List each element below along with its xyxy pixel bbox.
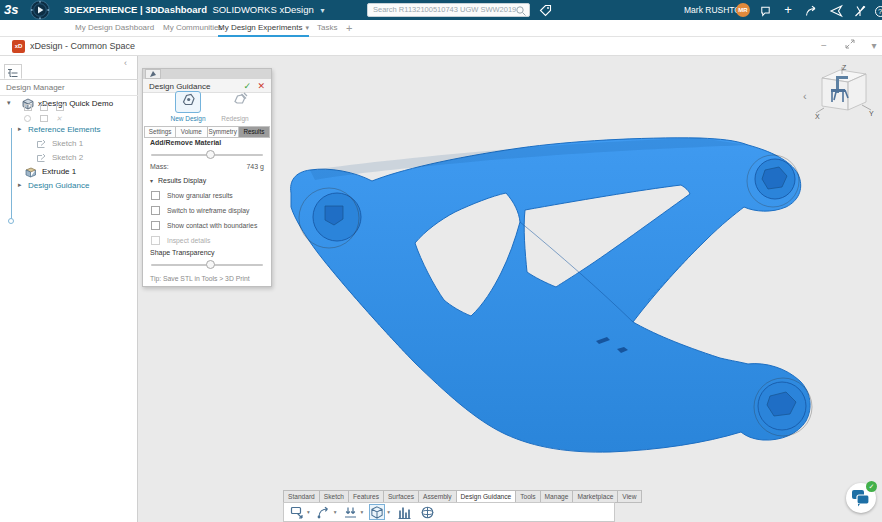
annotation-tool-button[interactable]: [289, 504, 305, 520]
send-icon[interactable]: [827, 0, 845, 20]
chevron-down-icon[interactable]: ▾: [305, 24, 309, 31]
material-slider[interactable]: [151, 150, 263, 159]
compare-results-tool-button[interactable]: [396, 504, 412, 520]
quick-action-icon[interactable]: [56, 104, 64, 111]
checkbox-row-wireframe: Switch to wireframe display: [151, 206, 269, 216]
avatar[interactable]: MR: [736, 3, 750, 17]
search-icon[interactable]: [515, 5, 527, 17]
collapse-section-icon[interactable]: ▾: [150, 178, 153, 184]
bottom-toolbar: Standard Sketch Features Surfaces Assemb…: [283, 490, 615, 522]
dropdown-chevron-icon[interactable]: ▾: [334, 509, 337, 515]
add-content-icon[interactable]: +: [779, 0, 797, 20]
panel-title: Design Manager: [6, 83, 65, 92]
expand-node-icon[interactable]: ▸: [18, 125, 22, 133]
switch-wireframe-checkbox[interactable]: [151, 206, 160, 215]
tag-icon[interactable]: [539, 3, 552, 21]
mass-row: Mass: 743 g: [150, 163, 264, 170]
new-design-button[interactable]: [175, 91, 201, 113]
checkbox-row-contact: Show contact with boundaries: [151, 221, 269, 231]
mass-label: Mass:: [150, 163, 169, 170]
subtab-symmetry[interactable]: Symmetry: [208, 126, 239, 138]
slider-thumb[interactable]: [206, 260, 215, 269]
add-tab-button[interactable]: +: [346, 20, 352, 37]
tab-my-communities[interactable]: My Communities: [163, 20, 223, 37]
tree-node-reference-elements[interactable]: ▸ Reference Elements: [0, 124, 138, 137]
add-remove-material-label: Add/Remove Material: [150, 139, 221, 146]
quick-action-icon[interactable]: [40, 115, 48, 122]
redesign-button[interactable]: [227, 91, 253, 113]
minimize-button[interactable]: −: [816, 37, 832, 56]
dashboard-tab-row: My Design Dashboard My Communities My De…: [0, 20, 882, 37]
tree-node-extrude[interactable]: Extrude 1: [0, 166, 138, 179]
tree-node-design-guidance[interactable]: ▸ Design Guidance: [0, 180, 138, 193]
gravity-tool-button[interactable]: [343, 504, 359, 520]
notification-bubble-icon[interactable]: [756, 0, 774, 20]
guidance-subtabs: Settings Volume Symmetry Results: [144, 126, 270, 138]
confirm-check-icon[interactable]: ✓: [243, 81, 251, 91]
tree-view-tab[interactable]: [4, 64, 22, 79]
material-tool-button[interactable]: [419, 504, 435, 520]
close-icon[interactable]: ✕: [257, 81, 265, 91]
toolbar-tab-view[interactable]: View: [618, 490, 641, 503]
brand-product: SOLIDWORKS xDesign: [212, 4, 313, 15]
toolbar-icons-row: ▾ ▾ ▾ ▾: [283, 502, 615, 522]
checkbox-label: Show granular results: [167, 192, 233, 199]
chat-bubbles-icon: [851, 489, 871, 507]
dropdown-chevron-icon[interactable]: ▾: [307, 509, 310, 515]
quick-action-icon[interactable]: [24, 104, 32, 111]
3ds-logo-icon[interactable]: 3s: [4, 1, 26, 19]
tree-node-label: Extrude 1: [42, 167, 76, 176]
checkbox-label: Inspect details: [167, 237, 210, 244]
dropdown-chevron-icon[interactable]: ▾: [361, 509, 364, 515]
compass-icon[interactable]: [29, 0, 51, 20]
dropdown-chevron-icon[interactable]: ▾: [387, 509, 390, 515]
sketch-icon: [36, 139, 46, 149]
collapse-node-icon[interactable]: ▾: [7, 99, 11, 107]
search-input[interactable]: Search R1132100510743 UGW SWW2019: [367, 3, 530, 17]
tree-node-sketch2[interactable]: Sketch 2: [0, 152, 138, 165]
divider: [0, 95, 138, 96]
xdesign-app-icon: xD: [12, 40, 25, 53]
results-display-section[interactable]: ▾ Results Display: [150, 177, 206, 184]
subtab-settings[interactable]: Settings: [144, 126, 176, 138]
preserve-region-tool-button[interactable]: [369, 504, 385, 520]
help-icon[interactable]: ?: [871, 0, 882, 20]
expand-node-icon[interactable]: ▸: [18, 181, 22, 189]
panel-mini-tab[interactable]: [145, 69, 161, 79]
axis-x-label: X: [815, 113, 820, 120]
extrude-icon: [24, 166, 37, 178]
tree-node-sketch1[interactable]: Sketch 1: [0, 138, 138, 151]
quick-action-icon[interactable]: [40, 104, 48, 111]
loads-tool-button[interactable]: [316, 504, 332, 520]
chat-button[interactable]: ✓: [846, 483, 876, 513]
transparency-slider[interactable]: [151, 260, 263, 269]
quick-action-icon[interactable]: [24, 115, 31, 122]
share-icon[interactable]: [802, 0, 820, 20]
panel-tab-strip: [143, 69, 271, 79]
show-contact-checkbox[interactable]: [151, 221, 160, 230]
redesign-label[interactable]: Redesign: [207, 115, 263, 122]
checkbox-row-inspect: Inspect details: [151, 236, 269, 246]
checkbox-label: Show contact with boundaries: [167, 222, 257, 229]
chevron-down-icon[interactable]: ▾: [320, 6, 324, 15]
view-cube[interactable]: Z X Y: [812, 62, 876, 124]
subtab-results[interactable]: Results: [239, 126, 270, 138]
tab-my-design-dashboard[interactable]: My Design Dashboard: [75, 20, 154, 37]
slider-thumb[interactable]: [206, 150, 215, 159]
collapse-sidebar-icon[interactable]: ‹: [124, 58, 127, 68]
design-manager-panel: ‹ Design Manager ▾ xDesign Quick Demo ✕: [0, 56, 138, 522]
collapse-button[interactable]: ▾: [866, 37, 882, 56]
tab-tasks[interactable]: Tasks: [317, 20, 337, 37]
quick-action-close-icon[interactable]: ✕: [56, 115, 64, 122]
tree-node-label: Sketch 1: [52, 139, 83, 148]
rollback-handle[interactable]: [8, 218, 14, 224]
if-then-icon[interactable]: [851, 0, 869, 20]
expand-button[interactable]: [842, 37, 858, 56]
tab-my-design-experiments[interactable]: My Design Experiments▾: [218, 20, 309, 37]
inspect-details-checkbox[interactable]: [151, 236, 160, 245]
subtab-volume[interactable]: Volume: [176, 126, 207, 138]
app-breadcrumb[interactable]: 3DEXPERIENCE | 3DDashboard SOLIDWORKS xD…: [64, 0, 324, 20]
show-granular-results-checkbox[interactable]: [151, 191, 160, 200]
viewcube-rotate-left-icon[interactable]: ‹: [803, 90, 807, 102]
panel-title: Design Guidance: [149, 82, 210, 91]
